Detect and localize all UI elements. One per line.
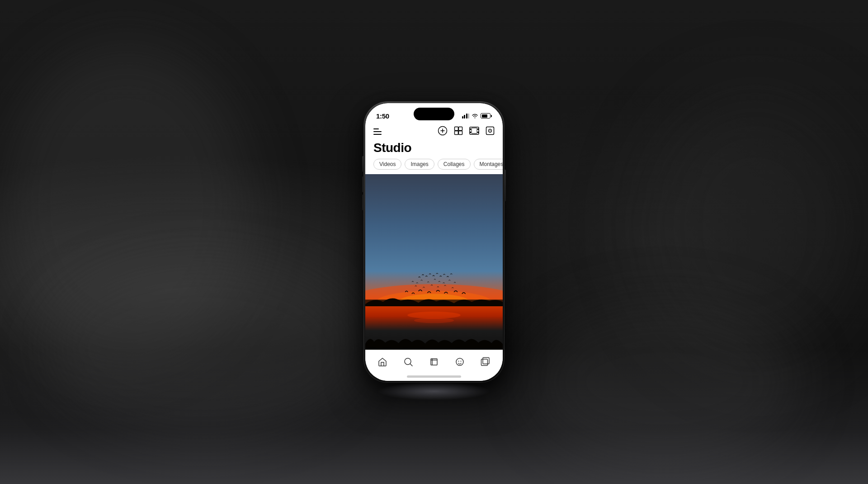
svg-point-25 — [407, 312, 461, 319]
svg-rect-33 — [483, 358, 489, 364]
svg-point-27 — [405, 358, 411, 365]
phone-reflection — [377, 382, 491, 400]
phone-device: 1:50 — [364, 102, 504, 382]
library-icon — [480, 356, 491, 367]
svg-rect-2 — [459, 127, 462, 131]
phone-inner-bezel: 1:50 — [365, 103, 503, 381]
scene: 1:50 — [364, 102, 504, 382]
nav-search[interactable] — [399, 355, 417, 369]
sunset-image — [365, 174, 503, 350]
phone-screen: 1:50 — [365, 103, 503, 381]
layout-button[interactable] — [454, 126, 463, 137]
svg-rect-28 — [431, 359, 437, 365]
chip-montages[interactable]: Montages — [474, 159, 503, 170]
filter-chips: Videos Images Collages Montages — [365, 159, 503, 174]
menu-button[interactable] — [373, 128, 382, 135]
crop-icon — [429, 356, 439, 367]
filmstrip-button[interactable] — [469, 127, 479, 136]
search-icon — [403, 356, 414, 367]
svg-point-30 — [458, 361, 459, 362]
status-time: 1:50 — [376, 112, 389, 120]
svg-rect-7 — [470, 132, 471, 133]
svg-point-13 — [490, 130, 491, 131]
svg-point-31 — [460, 361, 461, 362]
svg-point-26 — [414, 318, 454, 323]
svg-rect-6 — [470, 128, 471, 130]
status-icons — [462, 113, 492, 119]
dynamic-island — [414, 108, 454, 120]
svg-rect-4 — [459, 131, 462, 135]
battery-icon — [481, 113, 492, 119]
toolbar-left — [373, 128, 382, 135]
app-title: Studio — [365, 139, 503, 159]
nav-library[interactable] — [476, 355, 495, 369]
add-button[interactable] — [438, 126, 448, 137]
svg-rect-8 — [477, 128, 479, 130]
svg-rect-3 — [455, 131, 458, 135]
nav-create[interactable] — [425, 355, 443, 369]
bottom-nav — [365, 350, 503, 372]
content-area — [365, 174, 503, 350]
svg-rect-9 — [477, 132, 479, 133]
nav-face[interactable] — [451, 355, 469, 369]
svg-rect-10 — [472, 128, 477, 133]
home-bar — [407, 375, 461, 378]
toolbar-right — [438, 126, 495, 137]
signal-icon — [462, 114, 470, 119]
camera-button[interactable] — [486, 126, 495, 137]
home-icon — [377, 356, 388, 367]
chip-collages[interactable]: Collages — [438, 159, 471, 170]
chip-images[interactable]: Images — [405, 159, 434, 170]
svg-rect-15 — [365, 174, 503, 293]
app-toolbar — [365, 123, 503, 139]
face-icon — [454, 356, 465, 367]
home-indicator — [365, 372, 503, 381]
nav-home[interactable] — [373, 355, 392, 369]
svg-rect-32 — [481, 359, 487, 365]
svg-rect-1 — [455, 127, 458, 131]
chip-videos[interactable]: Videos — [373, 159, 401, 170]
wifi-icon — [472, 114, 478, 119]
